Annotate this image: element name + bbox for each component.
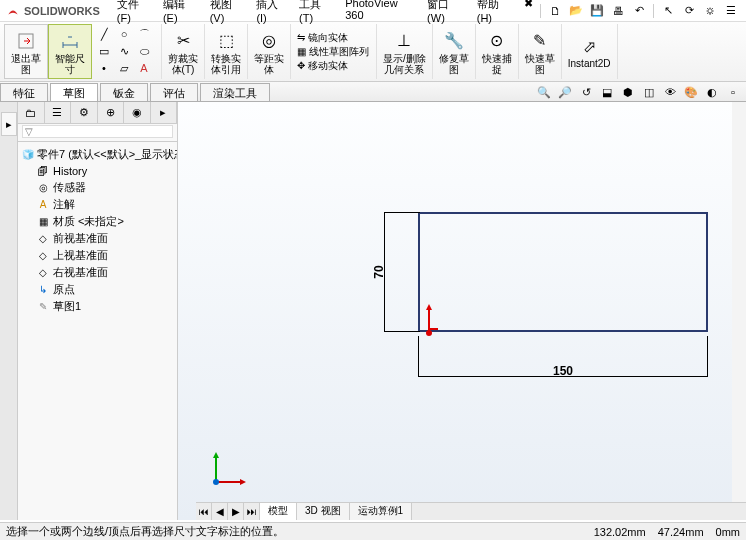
text-tool-icon[interactable]: A xyxy=(134,60,154,76)
tree-annotations[interactable]: A注解 xyxy=(20,196,175,213)
menu-search-icon[interactable]: ✖ xyxy=(519,0,538,26)
tree-root[interactable]: 🧊零件7 (默认<<默认>_显示状态 1>) xyxy=(20,146,175,163)
zoom-fit-icon[interactable]: 🔍 xyxy=(535,84,553,100)
repair-icon: 🔧 xyxy=(442,29,466,53)
app-logo: SOLIDWORKS xyxy=(0,4,106,18)
convert-entities-button[interactable]: ⬚ 转换实 体引用 xyxy=(205,24,248,79)
origin-arrow-icon xyxy=(426,304,432,310)
sketch-rectangle[interactable] xyxy=(418,212,708,332)
menu-edit[interactable]: 编辑(E) xyxy=(158,0,203,26)
tree-origin[interactable]: ↳原点 xyxy=(20,281,175,298)
exit-sketch-button[interactable]: 退出草 图 xyxy=(4,24,48,79)
ruler-right xyxy=(732,102,746,520)
display-relations-button[interactable]: ⊥ 显示/删除 几何关系 xyxy=(377,24,433,79)
tab-scroll-prev-icon[interactable]: ◀ xyxy=(212,503,228,520)
feature-tree: 🧊零件7 (默认<<默认>_显示状态 1>) 🗐History ◎传感器 A注解… xyxy=(18,142,177,520)
tree-history[interactable]: 🗐History xyxy=(20,163,175,179)
linear-pattern-icon[interactable]: ▦ xyxy=(297,46,306,57)
fm-property-tab-icon[interactable]: ☰ xyxy=(45,102,72,123)
menu-photoview[interactable]: PhotoView 360 xyxy=(340,0,420,26)
appearance-icon[interactable]: 🎨 xyxy=(682,84,700,100)
menu-view[interactable]: 视图(V) xyxy=(205,0,250,26)
open-doc-icon[interactable]: 📂 xyxy=(567,2,585,20)
offset-icon: ◎ xyxy=(257,29,281,53)
tree-right-plane[interactable]: ◇右视基准面 xyxy=(20,264,175,281)
tab-scroll-next-icon[interactable]: ▶ xyxy=(228,503,244,520)
ellipse-tool-icon[interactable]: ⬭ xyxy=(134,43,154,59)
tab-evaluate[interactable]: 评估 xyxy=(150,83,198,101)
new-doc-icon[interactable]: 🗋 xyxy=(546,2,564,20)
command-manager-tabs: 特征 草图 钣金 评估 渲染工具 🔍 🔎 ↺ ⬓ ⬢ ◫ 👁 🎨 ◐ ▫ xyxy=(0,82,746,102)
circle-tool-icon[interactable]: ○ xyxy=(114,26,134,42)
scene-icon[interactable]: ◐ xyxy=(703,84,721,100)
fm-display-tab-icon[interactable]: ◉ xyxy=(124,102,151,123)
bottom-tab-motion[interactable]: 运动算例1 xyxy=(350,503,413,520)
tree-top-plane[interactable]: ◇上视基准面 xyxy=(20,247,175,264)
reference-triad[interactable] xyxy=(208,450,248,490)
spline-tool-icon[interactable]: ∿ xyxy=(114,43,134,59)
zoom-area-icon[interactable]: 🔎 xyxy=(556,84,574,100)
trim-entities-button[interactable]: ✂ 剪裁实 体(T) xyxy=(162,24,205,79)
undo-icon[interactable]: ↶ xyxy=(630,2,648,20)
menu-help[interactable]: 帮助(H) xyxy=(472,0,517,26)
section-view-icon[interactable]: ⬓ xyxy=(598,84,616,100)
status-message: 选择一个或两个边线/顶点后再选择尺寸文字标注的位置。 xyxy=(6,524,284,539)
rebuild-icon[interactable]: ⟳ xyxy=(680,2,698,20)
select-icon[interactable]: ↖ xyxy=(659,2,677,20)
menu-tools[interactable]: 工具(T) xyxy=(294,0,338,26)
dimension-horizontal[interactable]: 150 xyxy=(418,370,708,384)
part-icon: 🧊 xyxy=(22,148,34,162)
settings-icon[interactable]: ☰ xyxy=(722,2,740,20)
graphics-area[interactable]: 70 150 *前视 ⏮ ◀ ▶ ⏭ 模型 3D 视图 xyxy=(178,102,746,520)
plane-tool-icon[interactable]: ▱ xyxy=(114,60,134,76)
origin-icon: ↳ xyxy=(36,283,50,297)
tab-scroll-first-icon[interactable]: ⏮ xyxy=(196,503,212,520)
repair-sketch-button[interactable]: 🔧 修复草 图 xyxy=(433,24,476,79)
save-icon[interactable]: 💾 xyxy=(588,2,606,20)
rapid-sketch-button[interactable]: ✎ 快速草 图 xyxy=(519,24,562,79)
sketch-icon: ✎ xyxy=(36,300,50,314)
line-tool-icon[interactable]: ╱ xyxy=(94,26,114,42)
menu-insert[interactable]: 插入(I) xyxy=(251,0,292,26)
side-tab-arrow-icon[interactable]: ▸ xyxy=(1,112,17,136)
plane-icon: ◇ xyxy=(36,266,50,280)
plane-icon: ◇ xyxy=(36,232,50,246)
hide-show-icon[interactable]: 👁 xyxy=(661,84,679,100)
tree-material[interactable]: ▦材质 <未指定> xyxy=(20,213,175,230)
offset-entities-button[interactable]: ◎ 等距实 体 xyxy=(248,24,291,79)
main-menu: 文件(F) 编辑(E) 视图(V) 插入(I) 工具(T) PhotoView … xyxy=(106,0,538,26)
menu-file[interactable]: 文件(F) xyxy=(112,0,156,26)
tree-sensors[interactable]: ◎传感器 xyxy=(20,179,175,196)
tree-sketch1[interactable]: ✎草图1 xyxy=(20,298,175,315)
move-entities-icon[interactable]: ✥ xyxy=(297,60,305,71)
quick-snap-button[interactable]: ⊙ 快速捕 捉 xyxy=(476,24,519,79)
view-settings-icon[interactable]: ▫ xyxy=(724,84,742,100)
options-icon[interactable]: ⛭ xyxy=(701,2,719,20)
menu-window[interactable]: 窗口(W) xyxy=(422,0,470,26)
tab-render[interactable]: 渲染工具 xyxy=(200,83,270,101)
view-orient-icon[interactable]: ⬢ xyxy=(619,84,637,100)
tab-sketch[interactable]: 草图 xyxy=(50,83,98,101)
arc-tool-icon[interactable]: ⌒ xyxy=(134,26,154,42)
smart-dimension-button[interactable]: 智能尺 寸 xyxy=(48,24,92,79)
point-tool-icon[interactable]: • xyxy=(94,60,114,76)
dimension-vertical[interactable]: 70 xyxy=(378,212,392,332)
display-style-icon[interactable]: ◫ xyxy=(640,84,658,100)
bottom-tab-model[interactable]: 模型 xyxy=(260,503,297,520)
fm-tree-tab-icon[interactable]: 🗀 xyxy=(18,102,45,123)
mirror-icon[interactable]: ⇋ xyxy=(297,32,305,43)
tab-sheetmetal[interactable]: 钣金 xyxy=(100,83,148,101)
tree-front-plane[interactable]: ◇前视基准面 xyxy=(20,230,175,247)
origin-point[interactable] xyxy=(426,330,432,336)
fm-config-tab-icon[interactable]: ⚙ xyxy=(71,102,98,123)
tree-filter-input[interactable] xyxy=(22,125,173,138)
tab-scroll-last-icon[interactable]: ⏭ xyxy=(244,503,260,520)
prev-view-icon[interactable]: ↺ xyxy=(577,84,595,100)
fm-more-tab-icon[interactable]: ▸ xyxy=(151,102,178,123)
instant2d-button[interactable]: ⬀ Instant2D xyxy=(562,24,618,79)
bottom-tab-3dview[interactable]: 3D 视图 xyxy=(297,503,350,520)
print-icon[interactable]: 🖶 xyxy=(609,2,627,20)
rect-tool-icon[interactable]: ▭ xyxy=(94,43,114,59)
fm-dim-tab-icon[interactable]: ⊕ xyxy=(98,102,125,123)
tab-feature[interactable]: 特征 xyxy=(0,83,48,101)
